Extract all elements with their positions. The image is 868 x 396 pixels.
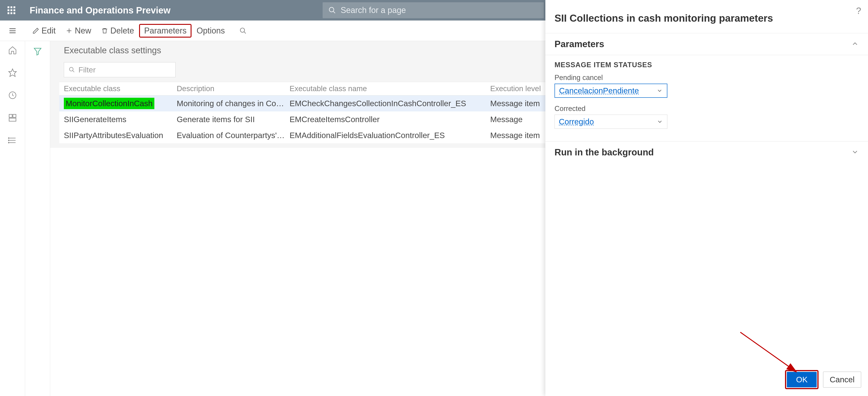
- svg-line-1: [333, 11, 335, 13]
- options-button[interactable]: Options: [191, 24, 230, 38]
- cell-description: Generate items for SII: [177, 115, 289, 124]
- pending-cancel-label: Pending cancel: [555, 74, 859, 82]
- hamburger-menu-icon[interactable]: [5, 27, 21, 35]
- message-item-statuses-label: MESSAGE ITEM STATUSES: [555, 61, 859, 69]
- help-icon[interactable]: ?: [856, 6, 861, 16]
- svg-marker-20: [34, 48, 41, 55]
- grid-filter-input[interactable]: Filter: [64, 62, 176, 77]
- delete-label: Delete: [110, 26, 134, 36]
- star-icon[interactable]: [8, 68, 17, 78]
- corrected-value: Corregido: [559, 117, 594, 126]
- panel-title: SII Collections in cash monitoring param…: [546, 0, 868, 33]
- search-placeholder: Search for a page: [341, 5, 406, 15]
- svg-point-19: [8, 142, 9, 143]
- svg-rect-11: [9, 114, 12, 117]
- left-nav-rail: [0, 41, 25, 396]
- svg-rect-13: [9, 118, 16, 121]
- filter-pane: [25, 41, 50, 396]
- parameters-section-header[interactable]: Parameters: [546, 33, 868, 55]
- cell-description: Monitoring of changes in Collec...: [177, 99, 289, 108]
- search-icon: [69, 67, 75, 73]
- parameters-button[interactable]: Parameters: [139, 24, 191, 38]
- cell-level: Message item: [490, 99, 547, 108]
- app-launcher-icon[interactable]: [0, 6, 23, 14]
- edit-button[interactable]: Edit: [27, 24, 61, 38]
- cell-level: Message: [490, 115, 547, 124]
- chevron-up-icon: [851, 40, 859, 48]
- search-icon: [328, 6, 336, 14]
- workspace-icon[interactable]: [8, 113, 17, 123]
- options-label: Options: [196, 26, 225, 36]
- svg-point-17: [8, 138, 9, 138]
- edit-label: Edit: [41, 26, 56, 36]
- delete-button[interactable]: Delete: [96, 24, 139, 38]
- col-header-level[interactable]: Execution level: [490, 84, 547, 93]
- cell-description: Evaluation of Counterpartys' attr...: [177, 131, 289, 140]
- cell-classname: EMCreateItemsController: [289, 115, 490, 124]
- run-background-section-header[interactable]: Run in the background: [546, 141, 868, 163]
- cell-class: SIIGenerateItems: [64, 115, 177, 124]
- run-background-title: Run in the background: [555, 147, 654, 158]
- chevron-down-icon: [657, 119, 663, 125]
- home-icon[interactable]: [8, 45, 17, 56]
- cell-classname: EMCheckChangesCollectionInCashController…: [289, 99, 490, 108]
- chevron-down-icon: [656, 88, 663, 94]
- annotation-arrow: [738, 330, 802, 375]
- cell-classname: EMAdditionalFieldsEvaluationController_E…: [289, 131, 490, 140]
- panel-footer: OK Cancel: [785, 370, 861, 389]
- recent-icon[interactable]: [8, 91, 17, 101]
- svg-marker-9: [9, 69, 16, 76]
- cancel-button[interactable]: Cancel: [823, 372, 861, 388]
- corrected-select[interactable]: Corregido: [555, 114, 668, 129]
- chevron-down-icon: [851, 148, 859, 157]
- trash-icon: [101, 27, 108, 34]
- ok-button-highlight: OK: [785, 370, 818, 389]
- col-header-classname[interactable]: Executable class name: [289, 84, 490, 93]
- global-search-input[interactable]: Search for a page: [322, 2, 544, 18]
- pending-cancel-select[interactable]: CancelacionPendiente: [555, 84, 668, 98]
- cell-class: MonitorCollectionInCash: [64, 98, 177, 109]
- svg-point-0: [329, 7, 334, 12]
- new-button[interactable]: New: [61, 24, 96, 38]
- col-header-description[interactable]: Description: [177, 84, 289, 93]
- modules-icon[interactable]: [8, 136, 17, 146]
- parameters-side-panel: ? SII Collections in cash monitoring par…: [546, 0, 868, 396]
- parameters-section-title: Parameters: [555, 39, 604, 49]
- svg-line-8: [244, 32, 246, 33]
- svg-point-21: [69, 67, 73, 71]
- action-search-button[interactable]: [235, 24, 254, 38]
- pending-cancel-value: CancelacionPendiente: [559, 86, 639, 95]
- cell-class: SIIPartyAttributesEvaluation: [64, 131, 177, 140]
- svg-rect-12: [13, 114, 16, 117]
- parameters-section-body: MESSAGE ITEM STATUSES Pending cancel Can…: [546, 55, 868, 141]
- cell-level: Message item: [490, 131, 547, 140]
- svg-point-18: [8, 140, 9, 140]
- svg-line-24: [740, 332, 795, 371]
- plus-icon: [66, 27, 72, 34]
- search-icon: [239, 27, 247, 34]
- corrected-label: Corrected: [555, 105, 859, 113]
- funnel-icon[interactable]: [33, 47, 42, 396]
- col-header-class[interactable]: Executable class: [64, 84, 177, 93]
- pencil-icon: [32, 27, 39, 34]
- filter-placeholder: Filter: [79, 65, 96, 74]
- svg-line-22: [73, 71, 74, 72]
- parameters-label: Parameters: [144, 26, 186, 36]
- ok-button[interactable]: OK: [787, 372, 817, 387]
- svg-point-7: [240, 28, 245, 32]
- app-title: Finance and Operations Preview: [30, 5, 170, 15]
- new-label: New: [75, 26, 91, 36]
